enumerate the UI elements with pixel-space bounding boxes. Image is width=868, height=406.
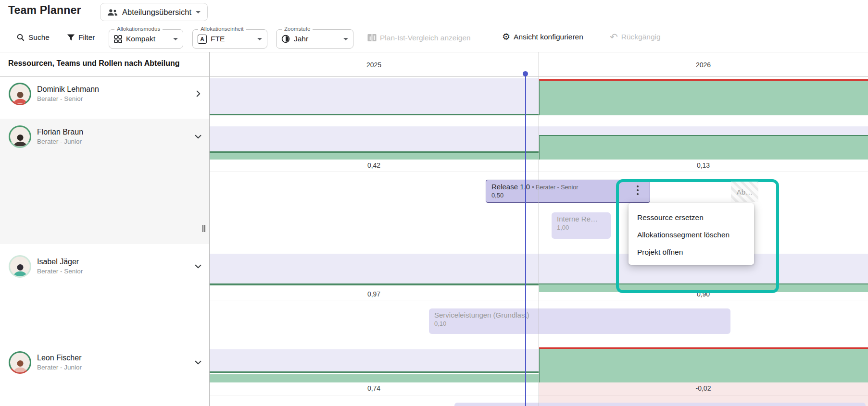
allocation-title: Interne Re… [557,215,605,223]
year-header-2026: 2026 [539,61,868,69]
utilization-value-leon-2026: -0,02 [539,383,868,393]
utilization-value-florian-2026: 0,13 [539,160,868,170]
menu-item-open-project[interactable]: Projekt öffnen [629,244,754,261]
chart-compare-icon [367,33,377,42]
plan-actual-compare-button[interactable]: Plan-Ist-Vergleich anzeigen [365,33,474,43]
allocation-segment-interne[interactable]: Interne Re… 1,00 [552,212,611,239]
capacity-band-florian-2025 [209,126,539,153]
allocation-mode-label: Allokationsmodus [114,26,163,32]
page-title: Team Planner [8,4,81,17]
filter-icon [67,34,75,41]
allocation-segment-partial-bottom[interactable] [454,403,866,406]
gear-icon: ⚙ [502,32,510,41]
allocation-mode-value: Kompakt [126,35,155,43]
capacity-band-dominik-2025 [209,78,539,115]
year-header-2025: 2025 [209,61,539,69]
allocation-unit-select[interactable]: Allokationseinheit A FTE [192,29,267,49]
allocation-unit-label: Allokationseinheit [198,26,246,32]
search-button[interactable]: Suche [13,33,52,42]
bullet-separator: • [532,184,534,191]
zoom-level-select[interactable]: Zoomstufe Jahr [276,29,353,49]
allocation-segment-truncated[interactable]: Ab… [731,182,758,202]
avatar [9,255,31,278]
search-label: Suche [28,33,50,42]
title-divider [95,4,95,19]
undo-button[interactable]: ↶ Rückgängig [607,32,664,42]
chevron-down-icon[interactable] [193,357,203,368]
resource-row-dominik[interactable]: Dominik Lehmann Berater - Senior [0,72,209,116]
resource-row-leon[interactable]: Leon Fischer Berater - Junior [0,340,209,384]
allocation-title: Ab… [737,188,753,196]
resource-name: Isabel Jäger [37,258,83,266]
resource-row-isabel[interactable]: Isabel Jäger Berater - Senior [0,244,209,288]
view-switcher-label: Abteilungsübersicht [122,8,191,17]
allocation-segment-service[interactable]: Serviceleistungen (Grundlast) 0,10 [429,308,730,334]
resource-name: Dominik Lehmann [37,85,99,94]
capacity-band-leon-2026 [539,347,868,382]
resource-role: Berater - Junior [37,364,82,371]
utilization-value-leon-2025: 0,74 [209,383,539,393]
chevron-down-icon [173,38,178,40]
resource-name: Leon Fischer [37,354,82,362]
capacity-band-florian-2026 [539,126,868,135]
allocation-role: Berater - Senior [536,184,578,191]
people-icon [107,9,118,16]
menu-item-delete-segment[interactable]: Allokationssegment löschen [629,226,754,244]
avatar [9,351,31,374]
team-planner-app: Team Planner Abteilungsübersicht Suche [0,0,868,406]
year-divider-line [539,52,539,406]
plan-actual-compare-label: Plan-Ist-Vergleich anzeigen [380,34,471,42]
chevron-down-icon [343,38,348,40]
avatar [9,125,31,148]
zoom-level-label: Zoomstufe [282,26,313,32]
resource-tree-header: Ressourcen, Teams und Rollen nach Abteil… [8,59,201,68]
zoom-level-value: Jahr [294,35,308,43]
chevron-right-icon[interactable] [193,88,203,99]
chevron-down-icon [196,11,201,13]
chevron-down-icon[interactable] [193,261,203,271]
search-icon [16,33,25,42]
chevron-down-icon[interactable] [193,131,203,142]
allocation-unit-value: FTE [211,35,225,43]
undo-icon: ↶ [610,32,618,42]
resource-row-florian[interactable]: Florian Braun Berater - Junior [0,114,209,159]
free-capacity-florian-2026 [539,135,868,160]
grid-icon [114,35,122,43]
filter-label: Filter [78,33,95,42]
sidebar-grid-divider [209,52,210,406]
capacity-band-leon-2025 [209,349,539,373]
free-capacity-florian-2025 [209,153,539,160]
today-marker-dot[interactable] [523,71,528,76]
configure-view-button[interactable]: ⚙ Ansicht konfigurieren [499,32,586,42]
today-line [525,73,526,406]
toolbar-grid-divider [0,52,868,52]
allocation-value: 0,10 [434,320,725,327]
allocation-mode-select[interactable]: Allokationsmodus Kompakt [109,29,183,49]
free-capacity-leon-2025 [209,374,539,382]
free-capacity-isabel-2025 [209,283,539,285]
filter-button[interactable]: Filter [64,33,98,42]
utilization-value-florian-2025: 0,42 [209,160,539,170]
configure-view-label: Ansicht konfigurieren [514,33,583,41]
allocation-title: Serviceleistungen (Grundlast) [434,311,725,319]
context-menu: Ressource ersetzen Allokationssegment lö… [629,203,754,265]
undo-label: Rückgängig [621,33,661,41]
sidebar-resize-handle[interactable] [202,225,205,232]
menu-item-replace-resource[interactable]: Ressource ersetzen [629,209,754,226]
allocation-value: 1,00 [557,224,605,231]
view-switcher-button[interactable]: Abteilungsübersicht [100,3,208,21]
resource-role: Berater - Senior [37,95,99,102]
allocation-title: Release 1.0 [491,183,530,191]
capacity-band-dominik-2026 [539,79,868,115]
kebab-menu-icon[interactable] [635,184,641,197]
resource-name: Florian Braun [37,128,83,136]
utilization-value-isabel-2025: 0,97 [209,289,539,299]
contrast-icon [281,35,290,43]
chevron-down-icon [257,38,262,40]
resource-role: Berater - Senior [37,268,83,275]
resource-role: Berater - Junior [37,138,83,145]
avatar [9,83,31,105]
letter-a-icon: A [198,35,207,44]
